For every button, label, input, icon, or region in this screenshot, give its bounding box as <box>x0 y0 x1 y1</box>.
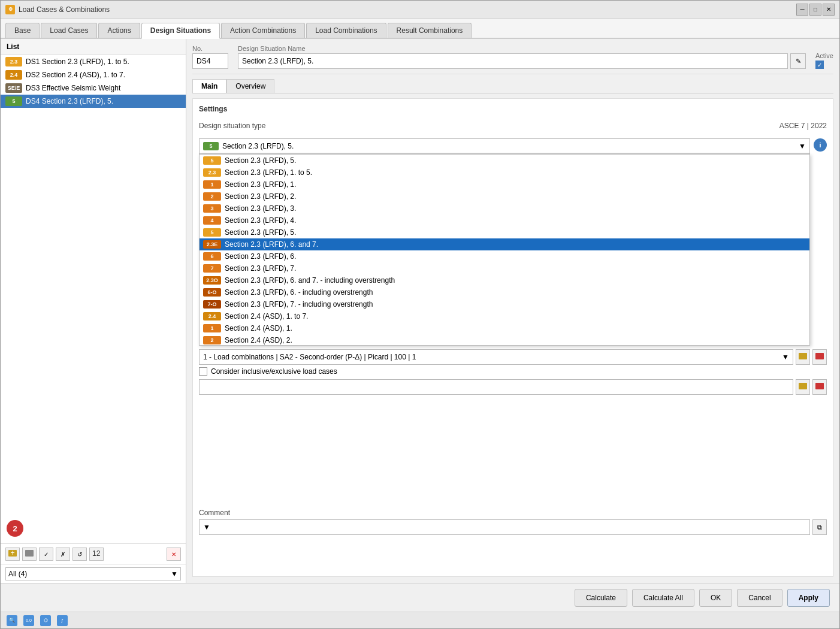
main-content: List 2.3 DS1 Section 2.3 (LRFD), 1. to 5… <box>1 39 839 583</box>
inclusive-edit-button[interactable] <box>812 379 827 395</box>
cross-button[interactable]: ✗ <box>56 548 70 561</box>
name-section: Design Situation Name ✎ <box>238 45 806 69</box>
dropdown-item-6[interactable]: 5 Section 2.3 (LRFD), 5. <box>200 226 809 238</box>
inclusive-input-row <box>199 379 827 395</box>
combo-edit-button[interactable] <box>812 349 827 365</box>
selected-type-text: Section 2.3 (LRFD), 5. <box>222 142 294 150</box>
list-item-ds4[interactable]: 5 DS4 Section 2.3 (LRFD), 5. <box>1 95 186 108</box>
dropdown-actions: i 1 <box>814 138 827 152</box>
dropdown-item-10[interactable]: 2.3O Section 2.3 (LRFD), 6. and 7. - inc… <box>200 274 809 286</box>
svg-text:12: 12 <box>92 550 101 558</box>
status-bar: 🔍 0.0 ⌬ ƒ <box>1 612 839 628</box>
calculate-button[interactable]: Calculate <box>575 589 627 607</box>
combo-wizard-row: 1 - Load combinations | SA2 - Second-ord… <box>199 349 827 365</box>
comment-copy-button[interactable]: ⧉ <box>812 519 827 535</box>
selected-badge: 5 <box>203 142 219 150</box>
list-item-ds2[interactable]: 2.4 DS2 Section 2.4 (ASD), 1. to 7. <box>1 68 186 81</box>
inclusive-checkbox[interactable] <box>199 367 207 376</box>
svg-rect-6 <box>799 383 807 389</box>
cancel-button[interactable]: Cancel <box>737 589 782 607</box>
info-button[interactable]: i <box>814 138 827 152</box>
situation-type-label: Design situation type <box>199 122 265 130</box>
situation-type-dropdown[interactable]: 5 Section 2.3 (LRFD), 5. ▼ <box>199 138 810 154</box>
no-section: No. <box>192 45 228 69</box>
dropdown-item-8[interactable]: 6 Section 2.3 (LRFD), 6. <box>200 250 809 262</box>
list-item-ds1[interactable]: 2.3 DS1 Section 2.3 (LRFD), 1. to 5. <box>1 55 186 68</box>
badge-ds3: SE/E <box>5 83 22 93</box>
ok-button[interactable]: OK <box>699 589 732 607</box>
dropdown-item-0[interactable]: 5 Section 2.3 (LRFD), 5. <box>200 155 809 167</box>
inclusive-label: Consider inclusive/exclusive load cases <box>211 367 337 376</box>
dropdown-item-1[interactable]: 2.3 Section 2.3 (LRFD), 1. to 5. <box>200 167 809 179</box>
delete-button[interactable]: ✕ <box>167 548 181 561</box>
list-item-ds1-label: DS1 Section 2.3 (LRFD), 1. to 5. <box>26 58 129 66</box>
dropdown-item-2[interactable]: 1 Section 2.3 (LRFD), 1. <box>200 179 809 190</box>
close-button[interactable]: ✕ <box>823 4 835 16</box>
situation-type-std: ASCE 7 | 2022 <box>779 122 827 130</box>
dropdown-item-5[interactable]: 4 Section 2.3 (LRFD), 4. <box>200 214 809 226</box>
numbered-button[interactable]: 12 <box>89 548 104 561</box>
add-button[interactable]: + <box>5 548 20 561</box>
list-header: List <box>1 39 186 55</box>
minimize-button[interactable]: ─ <box>796 4 808 16</box>
svg-rect-7 <box>815 383 824 389</box>
check-button[interactable]: ✓ <box>39 548 53 561</box>
active-label: Active <box>815 52 833 59</box>
formula-icon[interactable]: ƒ <box>57 615 68 626</box>
combo-chevron: ▼ <box>782 353 789 361</box>
no-input[interactable] <box>192 53 228 69</box>
svg-text:+: + <box>10 550 14 557</box>
dropdown-item-7[interactable]: 2.3E Section 2.3 (LRFD), 6. and 7. <box>200 238 809 250</box>
dropdown-item-4[interactable]: 3 Section 2.3 (LRFD), 3. <box>200 202 809 214</box>
svg-rect-5 <box>815 353 824 359</box>
app-icon: ⚙ <box>5 5 15 14</box>
right-panel: No. Design Situation Name ✎ Active ✓ <box>186 39 839 583</box>
dropdown-item-13[interactable]: 2.4 Section 2.4 (ASD), 1. to 7. <box>200 310 809 322</box>
save-button[interactable] <box>22 548 37 561</box>
combo-wizard-value: 1 - Load combinations | SA2 - Second-ord… <box>203 353 416 361</box>
left-panel: List 2.3 DS1 Section 2.3 (LRFD), 1. to 5… <box>1 39 186 583</box>
calculate-all-button[interactable]: Calculate All <box>632 589 694 607</box>
badge-ds4: 5 <box>5 96 22 106</box>
tab-main[interactable]: Main <box>192 79 226 93</box>
title-bar: ⚙ Load Cases & Combinations ─ □ ✕ <box>1 1 839 19</box>
tab-design-situations[interactable]: Design Situations <box>141 23 220 39</box>
dropdown-item-12[interactable]: 7-O Section 2.3 (LRFD), 7. - including o… <box>200 298 809 310</box>
badge-ds1: 2.3 <box>5 57 22 66</box>
tab-actions[interactable]: Actions <box>98 23 140 38</box>
numbers-icon[interactable]: 0.0 <box>23 615 34 626</box>
combo-new-button[interactable] <box>796 349 810 365</box>
filter-dropdown[interactable]: All (4) ▼ <box>5 567 181 580</box>
tab-action-combinations[interactable]: Action Combinations <box>221 23 305 38</box>
window-controls: ─ □ ✕ <box>796 4 835 16</box>
tab-load-cases[interactable]: Load Cases <box>41 23 97 38</box>
inclusive-new-button[interactable] <box>796 379 810 395</box>
tab-load-combinations[interactable]: Load Combinations <box>306 23 386 38</box>
tab-result-combinations[interactable]: Result Combinations <box>388 23 472 38</box>
maximize-button[interactable]: □ <box>809 4 821 16</box>
comment-label: Comment <box>199 509 827 517</box>
inclusive-input[interactable] <box>199 379 793 395</box>
list-item-ds3[interactable]: SE/E DS3 Effective Seismic Weight <box>1 81 186 95</box>
filter-label: All (4) <box>8 570 27 578</box>
dropdown-item-9[interactable]: 7 Section 2.3 (LRFD), 7. <box>200 262 809 274</box>
name-input[interactable] <box>238 53 788 69</box>
dropdown-item-11[interactable]: 6-O Section 2.3 (LRFD), 6. - including o… <box>200 286 809 298</box>
search-icon[interactable]: 🔍 <box>7 615 17 626</box>
refresh-button[interactable]: ↺ <box>72 548 87 561</box>
tab-base[interactable]: Base <box>5 23 40 38</box>
dropdown-item-15[interactable]: 2 Section 2.4 (ASD), 2. <box>200 334 809 346</box>
edit-name-button[interactable]: ✎ <box>790 53 806 69</box>
bottom-bar: Calculate Calculate All OK Cancel Apply <box>1 583 839 612</box>
apply-button[interactable]: Apply <box>787 589 830 607</box>
active-checkbox[interactable]: ✓ <box>815 61 824 69</box>
combo-wizard-select[interactable]: 1 - Load combinations | SA2 - Second-ord… <box>199 349 793 365</box>
badge-ds2: 2.4 <box>5 70 22 80</box>
dropdown-item-3[interactable]: 2 Section 2.3 (LRFD), 2. <box>200 190 809 202</box>
tree-icon[interactable]: ⌬ <box>40 615 51 626</box>
tab-overview[interactable]: Overview <box>226 79 274 93</box>
list-item-ds3-label: DS3 Effective Seismic Weight <box>26 84 120 92</box>
dropdown-item-14[interactable]: 1 Section 2.4 (ASD), 1. <box>200 322 809 334</box>
comment-select[interactable]: ▼ <box>199 519 810 535</box>
inclusive-row: Consider inclusive/exclusive load cases <box>199 367 827 376</box>
